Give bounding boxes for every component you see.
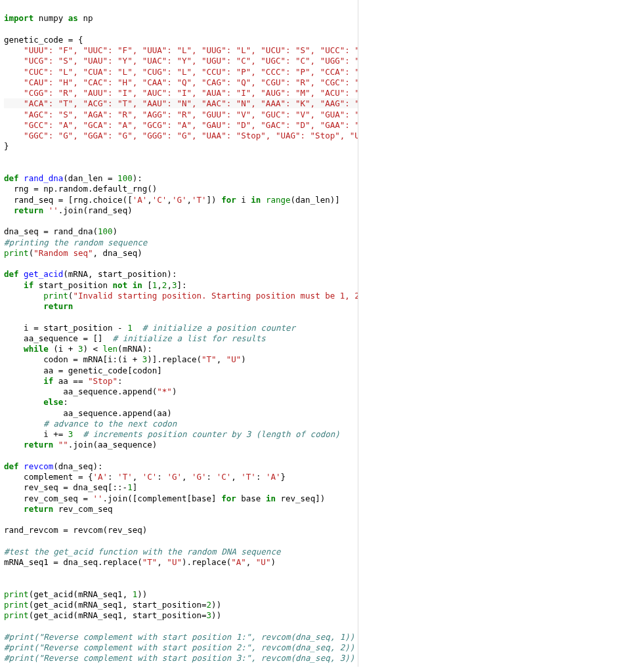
gc-row: "CUC": "L", "CUA": "L", "CUG": "L", "CCU… (4, 67, 358, 77)
gc-row: "CGG": "R", "AUU": "I", "AUC": "I", "AUA… (4, 88, 358, 98)
gc-row-cursor: "ACA": "T", "ACG": "T", "AAU": "N", "AAC… (4, 98, 358, 108)
output-cell: Random seq GGAACATAAACGAACCGTTGCGTAAAGAT… (0, 667, 640, 673)
genetic-code-open: genetic_code = { (4, 35, 83, 45)
gc-row: "GGC": "G", "GGA": "G", "GGG": "G", "UAA… (4, 131, 358, 140)
gc-row: "CAU": "H", "CAC": "H", "CAA": "Q", "CAG… (4, 77, 358, 87)
code-cell[interactable]: import numpy as np genetic_code = { "UUU… (0, 0, 358, 667)
kw-import: import (4, 13, 33, 23)
genetic-code-close: } (4, 141, 9, 151)
gc-row: "UCG": "S", "UAU": "Y", "UAC": "Y", "UGU… (4, 56, 358, 66)
gc-row: "AGC": "S", "AGA": "R", "AGG": "R", "GUU… (4, 110, 358, 119)
gc-row: "UUU": "F", "UUC": "F", "UUA": "L", "UUG… (4, 45, 358, 55)
gc-row: "GCC": "A", "GCA": "A", "GCG": "A", "GAU… (4, 120, 358, 130)
